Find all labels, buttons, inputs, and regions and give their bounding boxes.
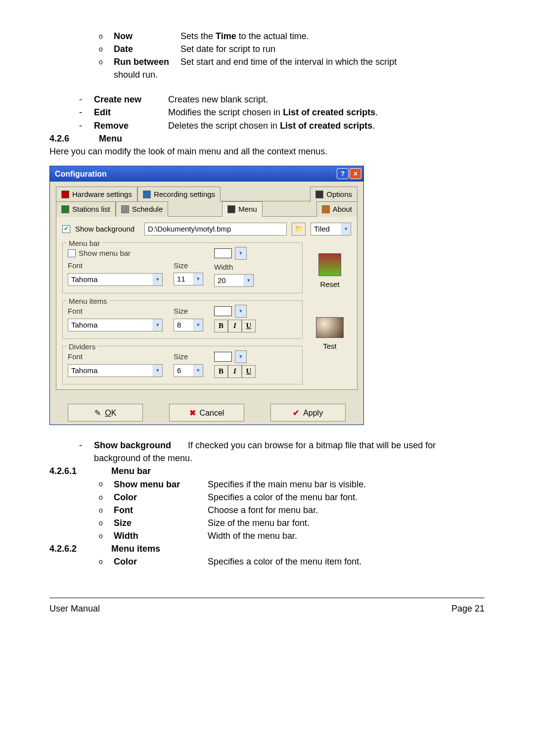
menuitems-legend: Menu items xyxy=(67,296,109,307)
dialog-button-row: ✎OK ✖Cancel ✔Apply xyxy=(50,397,363,425)
underline-button[interactable]: U xyxy=(242,320,256,332)
ok-button[interactable]: ✎OK xyxy=(68,404,143,422)
desc: Specifies a color of the menu bar font. xyxy=(208,491,485,504)
desc-cont: background of the menu. xyxy=(94,452,192,465)
chevron-down-icon: ▾ xyxy=(341,223,351,235)
reset-button[interactable]: Reset xyxy=(320,279,339,290)
menubar-color-swatch[interactable] xyxy=(214,248,232,258)
italic-button[interactable]: I xyxy=(228,320,242,332)
term: Create new xyxy=(94,93,168,106)
chevron-down-icon: ▾ xyxy=(235,305,246,317)
list-item: oRun betweenSet start and end time of th… xyxy=(99,55,485,68)
gear-icon xyxy=(61,190,69,198)
options-icon xyxy=(315,190,323,198)
heading-4-2-6-1: 4.2.6.1 Menu bar xyxy=(49,465,485,477)
configuration-dialog: Configuration ? × Hardware settings Reco… xyxy=(49,166,364,425)
section-number: 4.2.6.1 xyxy=(49,465,109,477)
list-item: o Color Specifies a color of the menu it… xyxy=(99,555,485,568)
italic-button[interactable]: I xyxy=(228,365,242,378)
term-cont: should run. xyxy=(114,68,158,81)
footer-left: User Manual xyxy=(49,602,100,615)
list-item: oNowSets the Time to the actual time. xyxy=(99,30,485,43)
list-item: - Remove Deletes the script chosen in Li… xyxy=(79,119,485,132)
dividers-style-buttons: B I U xyxy=(214,365,273,378)
x-icon: ✖ xyxy=(189,407,196,419)
dividers-color-combo[interactable]: ▾ xyxy=(235,350,247,363)
dividers-font-combo[interactable]: Tahoma▾ xyxy=(68,364,163,377)
menubar-fieldset: Menu bar ✔ Show menu bar Font Tahoma▾ xyxy=(62,242,303,294)
dash-list: - Create new Creates new blank script. -… xyxy=(49,93,485,132)
show-background-item: - Show background If checked you can bro… xyxy=(49,439,485,465)
menubar-font-combo[interactable]: Tahoma▾ xyxy=(68,273,163,286)
tab-options[interactable]: Options xyxy=(310,187,357,202)
list-item: o Show menu bar Specifies if the main me… xyxy=(99,478,485,491)
dividers-size-combo[interactable]: 6▾ xyxy=(174,364,203,377)
size-label: Size xyxy=(174,260,207,271)
section-title: Menu items xyxy=(111,544,160,554)
term: Color xyxy=(114,555,208,568)
tab-about[interactable]: About xyxy=(316,201,357,217)
tab-row-1: Hardware settings Recording settings Opt… xyxy=(56,187,357,201)
dialog-titlebar[interactable]: Configuration ? × xyxy=(50,166,363,182)
tab-stations-list[interactable]: Stations list xyxy=(56,201,116,217)
menubar-size-combo[interactable]: 11▾ xyxy=(174,273,203,285)
list-item: o Size Size of the menu bar font. xyxy=(99,517,485,529)
menuitems-fieldset: Menu items Font Tahoma▾ Size 8▾ xyxy=(62,300,303,339)
tab-hardware-settings[interactable]: Hardware settings xyxy=(56,187,137,202)
desc: Set start and end time of the interval i… xyxy=(180,55,485,68)
tile-mode-combo[interactable]: Tiled▾ xyxy=(311,223,351,236)
list-item: o Color Specifies a color of the menu ba… xyxy=(99,491,485,504)
width-label: Width xyxy=(214,262,259,273)
font-label: Font xyxy=(68,260,167,271)
show-background-checkbox[interactable]: ✔ xyxy=(62,225,70,233)
list-item: - Create new Creates new blank script. xyxy=(79,93,485,106)
intro-text: Here you can modify the look of main men… xyxy=(49,145,485,158)
menuitems-style-buttons: B I U xyxy=(214,320,273,332)
term: Run between xyxy=(114,55,180,68)
list-item-cont: should run. xyxy=(99,68,485,81)
show-menubar-label: Show menu bar xyxy=(79,248,131,259)
pencil-icon: ✎ xyxy=(94,407,101,419)
menuitems-font-combo[interactable]: Tahoma▾ xyxy=(68,319,163,331)
menubar-color-combo[interactable]: ▾ xyxy=(235,247,247,260)
circle-bullet: o xyxy=(99,30,114,43)
show-background-label: Show background xyxy=(75,224,139,235)
help-icon[interactable]: ? xyxy=(337,168,349,179)
tab-schedule[interactable]: Schedule xyxy=(116,201,169,217)
circle-bullet: o xyxy=(99,504,114,517)
menubar-width-combo[interactable]: 20▾ xyxy=(214,274,254,287)
menuitems-color-swatch[interactable] xyxy=(214,306,232,316)
desc: Modifies the script chosen in List of cr… xyxy=(168,106,485,119)
circle-bullet: o xyxy=(99,478,114,491)
menubar-legend: Menu bar xyxy=(67,238,102,249)
list-icon xyxy=(61,205,69,213)
section-number: 4.2.6 xyxy=(49,132,96,145)
chevron-down-icon: ▾ xyxy=(153,274,162,285)
footer-divider xyxy=(49,598,485,598)
close-icon[interactable]: × xyxy=(350,168,361,179)
dash-bullet: - xyxy=(79,106,94,119)
menuitems-color-combo[interactable]: ▾ xyxy=(235,305,247,318)
bold-button[interactable]: B xyxy=(214,365,228,378)
tab-recording-settings[interactable]: Recording settings xyxy=(137,187,221,202)
dividers-color-swatch[interactable] xyxy=(214,352,232,362)
list-item: o Width Width of the menu bar. xyxy=(99,529,485,542)
apply-button[interactable]: ✔Apply xyxy=(270,404,346,422)
chevron-down-icon: ▾ xyxy=(193,365,203,377)
bold-button[interactable]: B xyxy=(214,320,228,332)
cancel-button[interactable]: ✖Cancel xyxy=(169,404,244,422)
test-button[interactable]: Test xyxy=(323,341,337,352)
menuitems-size-combo[interactable]: 8▾ xyxy=(174,319,203,331)
tab-menu[interactable]: Menu xyxy=(222,201,263,217)
background-path-input[interactable]: D:\Dokumenty\motyl.bmp xyxy=(144,223,287,236)
underline-button[interactable]: U xyxy=(242,365,256,378)
browse-folder-button[interactable]: 📁 xyxy=(292,223,306,236)
dash-bullet: - xyxy=(79,119,94,132)
about-icon xyxy=(322,205,330,213)
desc: Creates new blank script. xyxy=(168,93,485,106)
desc: Specifies a color of the menu item font. xyxy=(208,555,485,568)
chevron-down-icon: ▾ xyxy=(235,247,246,259)
desc: Choose a font for menu bar. xyxy=(208,504,485,517)
show-menubar-checkbox[interactable]: ✔ xyxy=(68,249,76,257)
footer-right: Page 21 xyxy=(451,602,485,615)
